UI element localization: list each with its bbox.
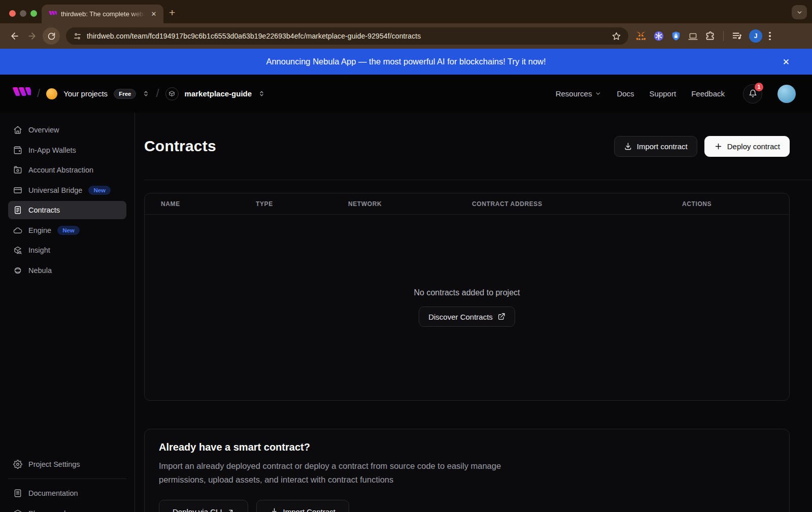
empty-state: No contracts added to project Discover C… [145,215,789,400]
page-title: Contracts [144,138,216,155]
team-switcher-button[interactable] [142,90,150,97]
tab-search-button[interactable] [792,5,807,19]
table-header-row: NAME TYPE NETWORK CONTRACT ADDRESS ACTIO… [145,193,789,215]
window-close-button[interactable] [9,10,16,17]
new-tab-icon[interactable]: + [169,7,175,18]
column-network: NETWORK [348,200,472,208]
nav-docs[interactable]: Docs [617,89,634,98]
deploy-contract-button[interactable]: Deploy contract [704,136,790,157]
arrow-up-right-icon [227,508,234,512]
back-arrow-icon [10,31,20,41]
metamask-extension-icon[interactable] [635,30,647,42]
window-zoom-button[interactable] [30,10,37,17]
box-search-icon [13,246,22,255]
shield-extension-icon[interactable] [671,30,681,42]
project-icon [165,87,179,100]
external-link-icon [497,313,505,321]
forward-arrow-icon [27,31,37,41]
notification-badge: 1 [755,83,763,91]
app-header: / Your projects Free / marketplace-guide… [0,75,812,113]
empty-state-message: No contracts added to project [414,288,520,297]
column-actions: ACTIONS [682,200,773,208]
nav-support[interactable]: Support [650,89,676,98]
thirdweb-favicon [49,11,57,17]
laptop-extension-icon[interactable] [688,31,698,42]
chevron-down-icon [796,9,803,16]
bell-icon [749,89,757,98]
project-switcher-button[interactable] [258,90,265,97]
header-nav: Resources Docs Support Feedback 1 [556,84,796,104]
url-text[interactable]: thirdweb.com/team/fcd194917bc9c6b1c6553d… [87,32,606,40]
planet-icon [13,266,22,275]
cta-title: Already have a smart contract? [159,441,775,453]
browser-tab-strip: thirdweb: The complete web3 ✕ + [0,0,812,23]
browser-profile-avatar[interactable]: J [749,29,762,43]
nav-resources[interactable]: Resources [556,89,602,98]
banner-text[interactable]: Announcing Nebula App — the most powerfu… [266,57,546,66]
download-icon [624,142,632,151]
plus-icon [714,142,723,151]
sidebar-item-contracts[interactable]: Contracts [8,201,126,219]
gear-icon [13,460,22,469]
browser-toolbar: thirdweb.com/team/fcd194917bc9c6b1c6553d… [0,23,812,49]
window-controls [9,10,37,17]
toolbar-separator [723,31,724,41]
sidebar-item-in-app-wallets[interactable]: In-App Wallets [8,141,126,159]
download-icon [270,507,279,512]
new-badge: New [88,186,111,195]
cube-icon [168,90,175,97]
sidebar-item-universal-bridge[interactable]: Universal Bridge New [8,181,126,199]
breadcrumb: / Your projects Free / marketplace-guide [12,87,265,100]
sidebar-divider [8,479,126,479]
column-type: TYPE [256,200,348,208]
thirdweb-logo[interactable] [12,87,31,100]
tab-title: thirdweb: The complete web3 [61,10,145,18]
discover-contracts-button[interactable]: Discover Contracts [419,306,515,327]
sidebar-item-engine[interactable]: Engine New [8,221,126,240]
import-contract-button[interactable]: Import contract [614,136,697,157]
sidebar-item-documentation[interactable]: Documentation [8,484,126,502]
address-bar[interactable]: thirdweb.com/team/fcd194917bc9c6b1c6553d… [66,27,628,45]
media-controls-icon[interactable] [731,30,742,42]
nav-feedback[interactable]: Feedback [691,89,725,98]
purple-extension-icon[interactable] [653,30,664,42]
home-icon [13,125,22,134]
reload-button[interactable] [43,27,60,45]
chevron-down-icon [595,90,601,97]
banner-close-icon[interactable]: ✕ [783,57,790,66]
project-name[interactable]: marketplace-guide [185,89,252,98]
sidebar-item-insight[interactable]: Insight [8,241,126,259]
extensions-puzzle-icon[interactable] [705,31,716,42]
plan-badge: Free [114,89,136,99]
team-name[interactable]: Your projects [63,89,108,98]
notifications-button[interactable]: 1 [743,84,762,104]
announcement-banner[interactable]: Announcing Nebula App — the most powerfu… [0,49,812,75]
team-avatar[interactable] [46,88,57,99]
sidebar-item-overview[interactable]: Overview [8,121,126,139]
bookmark-star-icon[interactable] [612,31,621,41]
wallet-icon [13,146,22,155]
cta-import-contract-button[interactable]: Import Contract [256,500,349,512]
card-icon [13,186,22,195]
sidebar-item-playground[interactable]: Playground [8,504,126,512]
back-button[interactable] [6,27,23,45]
cta-description: Import an already deployed contract or d… [159,459,509,487]
breadcrumb-separator: / [156,87,159,100]
folder-icon [13,165,22,175]
sidebar-item-account-abstraction[interactable]: Account Abstraction [8,161,126,179]
site-settings-icon[interactable] [73,32,82,41]
window-minimize-button[interactable] [20,10,26,17]
user-avatar[interactable] [777,85,796,103]
browser-tab[interactable]: thirdweb: The complete web3 ✕ [42,5,163,23]
new-badge: New [57,226,80,235]
tab-close-icon[interactable]: ✕ [149,10,158,19]
breadcrumb-separator: / [37,87,40,100]
column-contract-address: CONTRACT ADDRESS [472,200,682,208]
main-content: Contracts Import contract Deploy contrac… [135,113,812,512]
browser-menu-icon[interactable] [769,32,771,41]
forward-button[interactable] [23,27,41,45]
sidebar-item-project-settings[interactable]: Project Settings [8,455,126,473]
deploy-via-cli-button[interactable]: Deploy via CLI [159,500,248,512]
chevrons-up-down-icon [142,90,150,97]
sidebar-item-nebula[interactable]: Nebula [8,261,126,280]
